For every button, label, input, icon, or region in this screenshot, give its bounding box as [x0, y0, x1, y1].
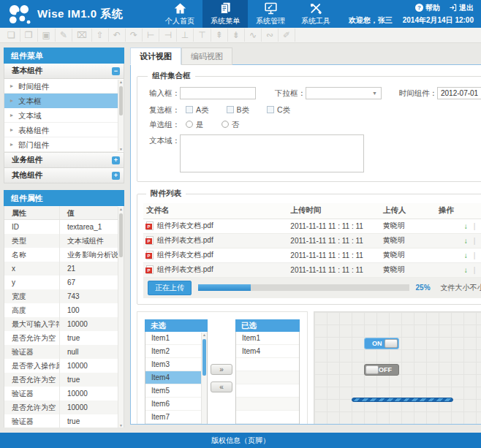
move-right-button[interactable]: »	[211, 364, 232, 375]
toggle-knob[interactable]	[366, 365, 379, 374]
scrollbar-thumb[interactable]	[119, 86, 123, 115]
checkbox-option-c[interactable]: C类	[267, 105, 290, 115]
expand-icon[interactable]: +	[112, 156, 120, 164]
align-top-icon[interactable]: ⊤	[194, 29, 211, 42]
tab-design-view[interactable]: 设计视图	[130, 48, 181, 65]
open-folder-icon[interactable]: ❐	[20, 29, 38, 42]
list-item[interactable]: Item8	[145, 424, 202, 425]
radio-icon[interactable]	[186, 121, 193, 128]
list-item[interactable]: Item5	[145, 384, 202, 398]
radio-option-yes[interactable]: 是	[186, 120, 204, 130]
radio-label: 单选组：	[145, 120, 180, 130]
table-row: 名称业务影响分析说明	[4, 248, 118, 262]
list-item[interactable]: Item4	[236, 345, 299, 358]
list-item[interactable]: Item1	[145, 332, 202, 345]
align-bottom-icon[interactable]: ⊥	[177, 29, 194, 42]
align-right-icon[interactable]: ⊣	[159, 29, 176, 42]
props-col-value: 值	[60, 206, 118, 219]
pen-icon[interactable]: ✐	[279, 29, 295, 42]
nav-item-personal-home[interactable]: 个人首页	[157, 0, 202, 28]
file-name[interactable]: 组件列表文档.pdf	[157, 235, 213, 246]
collapse-icon[interactable]: −	[112, 67, 120, 75]
table-row: 是否带入操作原因10000	[4, 359, 118, 373]
page-down-icon[interactable]: ⇟	[228, 29, 245, 42]
scrollbar-thumb[interactable]	[202, 339, 206, 376]
toggle-off[interactable]: OFF	[364, 364, 399, 376]
attachment-list-fieldset: 附件列表 文件名 上传时间 上传人 操作 组件列表文档.pdf 2011-11-…	[137, 189, 481, 305]
input-label: 输入框：	[145, 88, 180, 99]
nav-label: 个人首页	[165, 16, 194, 26]
curve-alt-icon[interactable]: ∾	[262, 29, 279, 42]
align-left-icon[interactable]: ⊢	[143, 29, 159, 42]
nav-item-system-management[interactable]: 系统管理	[248, 0, 293, 28]
file-name[interactable]: 组件列表文档.pdf	[157, 250, 213, 260]
radio-option-no[interactable]: 否	[221, 120, 240, 130]
list-item[interactable]: Item3	[145, 358, 202, 371]
list-item[interactable]: Item1	[236, 332, 299, 345]
page-up-icon[interactable]: ⇞	[211, 29, 228, 42]
menu-item-textbox[interactable]: 文本框	[4, 94, 118, 108]
main-area: 设计视图 编码视图 组件集合框 输入框： 下拉框： 时间组件：	[130, 48, 481, 433]
textarea-field[interactable]	[180, 134, 364, 172]
tab-code-view[interactable]: 编码视图	[181, 48, 232, 65]
checkbox-option-b[interactable]: B类	[227, 105, 250, 115]
menu-scrollbar[interactable]	[118, 80, 124, 151]
delete-icon[interactable]: ⌧	[72, 29, 92, 42]
download-icon[interactable]: ↓	[464, 266, 468, 274]
undo-icon[interactable]: ↶	[109, 29, 126, 42]
table-row: 验证器10000	[4, 387, 118, 400]
list-item[interactable]: Item7	[145, 411, 202, 424]
select-label: 下拉框：	[256, 88, 306, 99]
file-name[interactable]: 组件列表文档.pdf	[157, 265, 213, 275]
help-button[interactable]: ?帮助	[415, 3, 440, 13]
new-file-icon[interactable]: ❏	[3, 29, 20, 42]
section-business-components[interactable]: 业务组件 +	[4, 153, 124, 168]
download-icon[interactable]: ↓	[464, 237, 468, 245]
nav-item-system-tools[interactable]: 系统工具	[293, 0, 338, 28]
radio-icon[interactable]	[221, 121, 229, 128]
download-icon[interactable]: ↓	[464, 251, 468, 259]
redo-icon[interactable]: ↷	[126, 29, 143, 42]
checkbox-icon[interactable]	[186, 106, 193, 113]
date-input[interactable]	[441, 89, 481, 97]
section-label: 基本组件	[12, 66, 42, 76]
list-scrollbar[interactable]	[201, 333, 207, 425]
list-empty-row	[236, 371, 299, 384]
expand-icon[interactable]: +	[112, 172, 120, 180]
dropdown-select[interactable]	[306, 87, 382, 99]
move-left-button[interactable]: «	[211, 381, 232, 392]
list-item[interactable]: Item6	[145, 398, 202, 411]
download-icon[interactable]: ↓	[464, 222, 468, 230]
toggle-on[interactable]: ON	[364, 338, 399, 349]
list-item-selected[interactable]: Item4	[145, 371, 202, 384]
datetime-text: 2014年2月14日 12:00	[403, 15, 474, 26]
toggle-knob[interactable]	[385, 339, 398, 348]
scrollbar-thumb[interactable]	[119, 213, 123, 257]
nav-label: 系统管理	[256, 16, 285, 26]
save-icon[interactable]: ▣	[38, 29, 56, 42]
checkbox-icon[interactable]	[227, 106, 234, 113]
file-name[interactable]: 组件列表文档.pdf	[157, 221, 213, 231]
checkbox-icon[interactable]	[267, 106, 274, 113]
uploading-button[interactable]: 正在上传	[148, 281, 192, 295]
props-scrollbar[interactable]	[118, 207, 124, 428]
text-input[interactable]	[180, 87, 256, 99]
menu-item-table-component[interactable]: 表格组件	[4, 123, 118, 137]
menu-item-textarea[interactable]: 文本域	[4, 108, 118, 123]
section-basic-components[interactable]: 基本组件 −	[4, 64, 124, 79]
file-size-hint: 文件大小不小于10M	[441, 283, 481, 293]
documents-icon	[219, 2, 232, 15]
menu-item-department-component[interactable]: 部门组件	[4, 137, 118, 152]
logout-label: 退出	[459, 3, 474, 13]
menu-item-time-component[interactable]: 时间组件	[4, 79, 118, 94]
checkbox-option-a[interactable]: A类	[186, 105, 209, 115]
nav-item-system-menu[interactable]: 系统菜单	[202, 0, 248, 28]
edit-icon[interactable]: ✎	[56, 29, 72, 42]
section-other-components[interactable]: 其他组件 +	[4, 168, 124, 183]
list-item[interactable]: Item2	[145, 345, 202, 358]
upload-icon[interactable]: ⇧	[92, 29, 109, 42]
curve-icon[interactable]: ∿	[245, 29, 262, 42]
component-menu-title: 组件菜单	[4, 48, 124, 64]
main-nav: 个人首页 系统菜单 系统管理 系统工具	[157, 0, 338, 28]
logout-button[interactable]: 退出	[449, 3, 474, 13]
